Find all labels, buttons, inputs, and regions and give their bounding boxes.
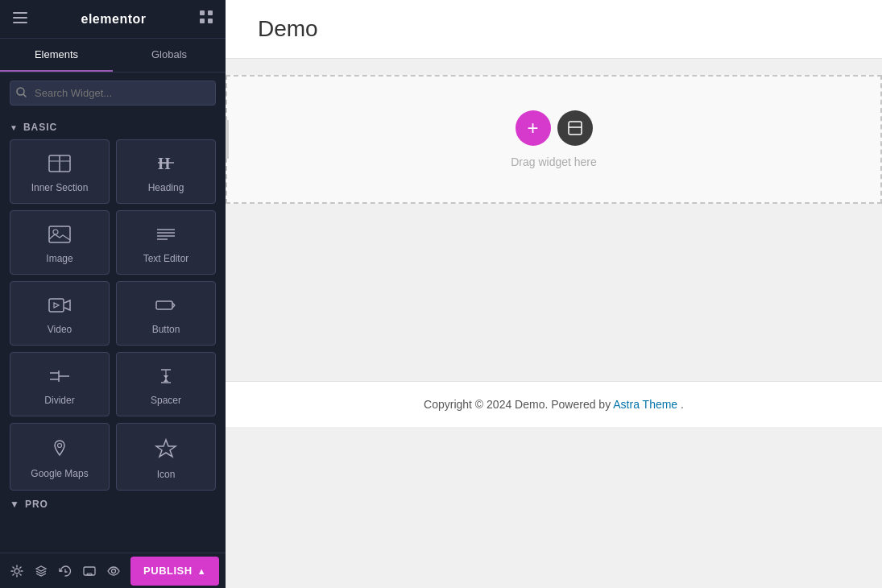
bottom-bar: PUBLISH ▲ [0, 553, 226, 588]
widget-text-editor-label: Text Editor [143, 253, 189, 264]
widget-heading[interactable]: H Heading [116, 139, 216, 204]
widget-google-maps[interactable]: Google Maps [10, 423, 110, 491]
widget-icon[interactable]: Icon [116, 423, 216, 491]
svg-rect-0 [13, 12, 27, 14]
widget-icon-label: Icon [157, 469, 176, 480]
widget-spacer[interactable]: Spacer [116, 352, 216, 416]
search-container [0, 72, 226, 114]
left-panel: elementor Elements Globals [0, 0, 226, 588]
footer-text: Copyright © 2024 Demo. Powered by Astra … [258, 398, 850, 411]
widget-inner-section[interactable]: Inner Section [10, 139, 110, 204]
grid-icon[interactable] [200, 10, 213, 27]
svg-line-8 [23, 94, 26, 97]
publish-button[interactable]: PUBLISH ▲ [130, 557, 219, 586]
widget-divider[interactable]: Divider [10, 352, 110, 416]
text-editor-icon [155, 226, 177, 246]
svg-point-43 [112, 569, 116, 573]
page-title-bar: Demo [226, 0, 882, 59]
drop-zone[interactable]: + Drag widget here [226, 75, 882, 204]
widget-image[interactable]: Image [10, 210, 110, 275]
widget-video[interactable]: Video [10, 281, 110, 346]
svg-rect-23 [156, 301, 172, 309]
svg-rect-1 [13, 17, 27, 19]
spacer-icon [155, 367, 177, 388]
button-icon [155, 296, 177, 317]
search-wrapper [10, 81, 216, 106]
settings-button[interactable] [6, 557, 27, 586]
svg-marker-37 [156, 440, 176, 457]
page-title: Demo [258, 16, 850, 42]
svg-rect-4 [208, 10, 213, 15]
footer-period: . [681, 398, 684, 411]
svg-point-38 [14, 569, 19, 574]
layers-button[interactable] [31, 557, 52, 586]
search-icon [16, 87, 27, 100]
svg-rect-42 [87, 574, 92, 575]
svg-rect-5 [200, 19, 205, 23]
pro-section-title: ▼ Pro [10, 491, 216, 513]
basic-section-label: Basic [23, 122, 57, 133]
widget-button[interactable]: Button [116, 281, 216, 346]
pro-section-label: Pro [25, 499, 48, 510]
svg-rect-2 [13, 22, 27, 23]
svg-marker-22 [54, 303, 59, 308]
add-icon: + [527, 117, 538, 139]
svg-text:H: H [158, 155, 171, 172]
svg-rect-21 [49, 299, 64, 312]
widgets-grid: Inner Section H Heading [10, 139, 216, 491]
layout-button[interactable] [557, 110, 593, 146]
add-widget-button[interactable]: + [516, 110, 551, 146]
footer-link[interactable]: Astra Theme [613, 398, 677, 411]
right-area: Demo + Drag widget here [226, 0, 882, 588]
publish-chevron: ▲ [197, 566, 206, 576]
canvas-content: + Drag widget here [226, 59, 882, 381]
history-button[interactable] [55, 557, 76, 586]
tab-globals[interactable]: Globals [113, 39, 226, 72]
basic-section-title: ▼ Basic [10, 114, 216, 139]
video-icon [48, 296, 71, 317]
collapse-handle[interactable] [226, 120, 229, 159]
svg-rect-6 [208, 19, 213, 23]
widget-inner-section-label: Inner Section [31, 182, 89, 193]
search-input[interactable] [10, 81, 216, 106]
image-icon [48, 226, 71, 246]
panel-tabs: Elements Globals [0, 39, 226, 72]
icon-widget-icon [155, 438, 177, 462]
widget-spacer-label: Spacer [151, 395, 181, 406]
svg-rect-44 [569, 122, 582, 135]
svg-rect-3 [200, 10, 205, 15]
widget-google-maps-label: Google Maps [31, 468, 88, 479]
svg-point-16 [53, 230, 58, 234]
hamburger-icon[interactable] [13, 10, 27, 27]
responsive-button[interactable] [79, 557, 100, 586]
widget-button-label: Button [152, 324, 180, 335]
svg-point-36 [58, 444, 62, 448]
basic-section-arrow: ▼ [10, 123, 19, 132]
footer-copyright: Copyright © 2024 Demo. Powered by [424, 398, 613, 411]
heading-icon: H [155, 155, 177, 176]
widget-text-editor[interactable]: Text Editor [116, 210, 216, 275]
inner-section-icon [48, 155, 71, 176]
gray-section [226, 427, 882, 524]
widget-heading-label: Heading [148, 182, 184, 193]
pro-section-arrow: ▼ [10, 499, 20, 510]
svg-rect-15 [49, 226, 70, 242]
widgets-area: ▼ Basic Inner Section [0, 114, 226, 553]
google-maps-icon [48, 439, 71, 462]
canvas-area: Demo + Drag widget here [226, 0, 882, 588]
publish-label: PUBLISH [143, 565, 193, 577]
divider-icon [48, 367, 71, 388]
widget-video-label: Video [48, 324, 72, 335]
widget-divider-label: Divider [44, 395, 74, 406]
footer-area: Copyright © 2024 Demo. Powered by Astra … [226, 381, 882, 427]
preview-button[interactable] [103, 557, 124, 586]
drop-zone-buttons: + [516, 110, 593, 146]
panel-header: elementor [0, 0, 226, 39]
widget-image-label: Image [46, 253, 72, 264]
app-title: elementor [81, 12, 147, 27]
tab-elements[interactable]: Elements [0, 39, 113, 72]
drop-label: Drag widget here [511, 155, 597, 168]
